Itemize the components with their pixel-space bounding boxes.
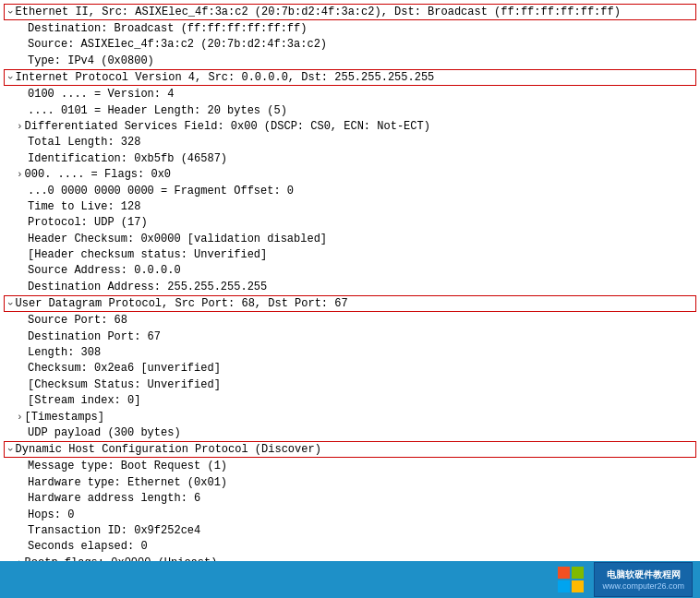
expand-arrow-ipv4: › <box>5 75 16 81</box>
line-item: .... 0101 = Header Length: 20 bytes (5) <box>4 103 696 119</box>
line-item: Transaction ID: 0x9f252ce4 <box>4 523 696 539</box>
section-header-ethernet[interactable]: ›Ethernet II, Src: ASIXElec_4f:3a:c2 (20… <box>4 4 696 20</box>
line-item: Hardware type: Ethernet (0x01) <box>4 475 696 491</box>
line-item: Identification: 0xb5fb (46587) <box>4 151 696 167</box>
line-expand-arrow: › <box>17 120 23 135</box>
line-item: ›[Timestamps] <box>4 410 696 425</box>
line-item: UDP payload (300 bytes) <box>4 425 696 441</box>
line-item: Source Address: 0.0.0.0 <box>4 263 696 279</box>
line-item: Length: 308 <box>4 345 696 361</box>
svg-rect-2 <box>558 580 570 592</box>
section-content-ipv4: 0100 .... = Version: 4.... 0101 = Header… <box>4 87 696 295</box>
line-item: Hops: 0 <box>4 508 696 523</box>
line-item: Source Port: 68 <box>4 313 696 329</box>
line-item: 0100 .... = Version: 4 <box>4 87 696 102</box>
line-item: ›Differentiated Services Field: 0x00 (DS… <box>4 119 696 135</box>
expand-arrow-udp: › <box>5 301 16 307</box>
line-item: [Stream index: 0] <box>4 393 696 409</box>
svg-rect-3 <box>572 580 584 592</box>
line-item: Header Checksum: 0x0000 [validation disa… <box>4 232 696 247</box>
line-item: Seconds elapsed: 0 <box>4 539 696 555</box>
section-header-udp[interactable]: ›User Datagram Protocol, Src Port: 68, D… <box>4 295 696 312</box>
taskbar: 电脑软硬件教程网 www.computer26.com <box>0 561 700 598</box>
windows-logo <box>553 562 588 597</box>
svg-rect-1 <box>572 567 584 579</box>
line-expand-arrow: › <box>17 411 23 425</box>
line-item: [Checksum Status: Unverified] <box>4 377 696 393</box>
taskbar-right: 电脑软硬件教程网 www.computer26.com <box>553 562 693 597</box>
line-item: Message type: Boot Request (1) <box>4 459 696 474</box>
line-item: Protocol: UDP (17) <box>4 215 696 231</box>
line-expand-arrow: › <box>17 168 23 183</box>
line-item: ...0 0000 0000 0000 = Fragment Offset: 0 <box>4 184 696 199</box>
svg-rect-0 <box>558 567 570 579</box>
line-item: Time to Live: 128 <box>4 199 696 215</box>
website-badge: 电脑软硬件教程网 www.computer26.com <box>594 562 693 597</box>
line-item: Total Length: 328 <box>4 135 696 150</box>
line-item: [Header checksum status: Unverified] <box>4 247 696 263</box>
section-udp: ›User Datagram Protocol, Src Port: 68, D… <box>4 295 696 441</box>
line-item: Hardware address length: 6 <box>4 491 696 507</box>
line-item: ›000. .... = Flags: 0x0 <box>4 167 696 183</box>
section-ipv4: ›Internet Protocol Version 4, Src: 0.0.0… <box>4 69 696 295</box>
main-container: ›Ethernet II, Src: ASIXElec_4f:3a:c2 (20… <box>0 0 700 598</box>
section-content-dhcp: Message type: Boot Request (1)Hardware t… <box>4 459 696 561</box>
line-item: Checksum: 0x2ea6 [unverified] <box>4 361 696 377</box>
line-item: Type: IPv4 (0x0800) <box>4 54 696 69</box>
website-cn-text: 电脑软硬件教程网 <box>607 568 681 581</box>
line-item: Destination Address: 255.255.255.255 <box>4 280 696 295</box>
expand-arrow-ethernet: › <box>5 9 16 16</box>
website-url-text: www.computer26.com <box>602 581 684 591</box>
section-content-udp: Source Port: 68Destination Port: 67Lengt… <box>4 313 696 441</box>
section-dhcp: ›Dynamic Host Configuration Protocol (Di… <box>4 441 696 561</box>
section-header-dhcp[interactable]: ›Dynamic Host Configuration Protocol (Di… <box>4 441 696 458</box>
line-item: Destination: Broadcast (ff:ff:ff:ff:ff:f… <box>4 21 696 37</box>
section-content-ethernet: Destination: Broadcast (ff:ff:ff:ff:ff:f… <box>4 21 696 69</box>
expand-arrow-dhcp: › <box>5 447 16 453</box>
section-ethernet: ›Ethernet II, Src: ASIXElec_4f:3a:c2 (20… <box>4 4 696 69</box>
section-header-ipv4[interactable]: ›Internet Protocol Version 4, Src: 0.0.0… <box>4 69 696 86</box>
line-item: Destination Port: 67 <box>4 329 696 345</box>
line-item: Source: ASIXElec_4f:3a:c2 (20:7b:d2:4f:3… <box>4 37 696 53</box>
content-area: ›Ethernet II, Src: ASIXElec_4f:3a:c2 (20… <box>0 0 700 561</box>
